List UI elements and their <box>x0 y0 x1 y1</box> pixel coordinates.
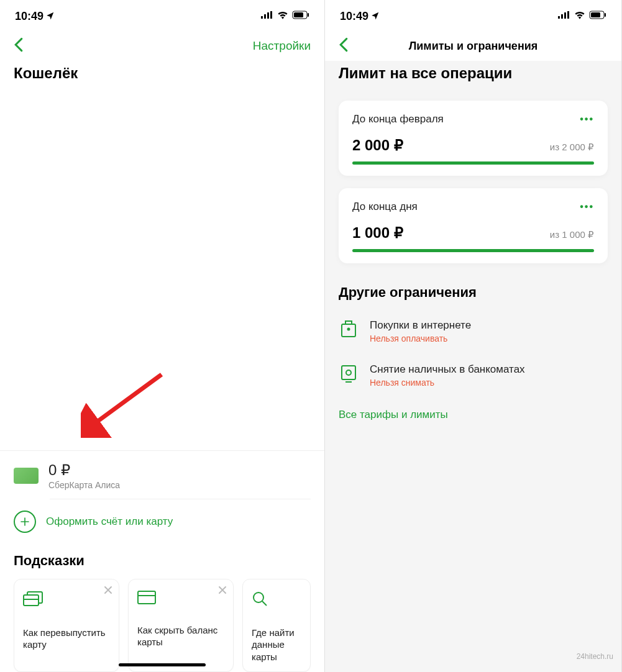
card-name: СберКарта Алиса <box>48 480 311 490</box>
signal-icon <box>558 11 570 22</box>
atm-icon <box>339 363 359 383</box>
card-info: 0 ₽ СберКарта Алиса <box>48 462 311 489</box>
search-icon <box>252 591 301 609</box>
restriction-label: Покупки в интернете <box>370 319 471 332</box>
svg-rect-7 <box>24 595 39 606</box>
all-tariffs-link[interactable]: Все тарифы и лимиты <box>339 397 608 432</box>
restriction-row[interactable]: Снятие наличных в банкоматах Нельзя сним… <box>339 353 608 397</box>
tip-card[interactable]: Как скрыть баланс карты <box>128 579 234 673</box>
shopping-bag-icon <box>339 319 359 338</box>
nav-bar: Лимиты и ограничения <box>325 29 621 61</box>
back-button[interactable] <box>14 37 24 55</box>
limit-period: До конца дня <box>352 201 418 213</box>
status-bar: 10:49 <box>325 0 621 29</box>
card-icon <box>137 591 224 607</box>
cards-icon <box>23 591 110 609</box>
section-title: Лимит на все операции <box>339 61 608 88</box>
tip-card[interactable]: Где найти данные карты <box>242 579 311 673</box>
nav-settings-link[interactable]: Настройки <box>253 39 311 53</box>
svg-rect-3 <box>270 11 272 19</box>
svg-rect-8 <box>138 591 155 604</box>
close-icon[interactable] <box>218 586 227 597</box>
svg-rect-6 <box>308 13 309 17</box>
location-icon <box>46 10 55 23</box>
tip-text: Как перевыпустить карту <box>23 627 110 651</box>
signal-icon <box>261 11 273 22</box>
right-body: Лимит на все операции До конца февраля •… <box>325 61 621 672</box>
status-icons <box>261 11 309 22</box>
restriction-label: Снятие наличных в банкоматах <box>370 363 525 376</box>
svg-rect-18 <box>605 13 606 17</box>
svg-rect-12 <box>558 16 560 19</box>
limit-period: До конца февраля <box>352 113 444 125</box>
card-balance: 0 ₽ <box>48 462 311 478</box>
tip-text: Как скрыть баланс карты <box>137 624 224 648</box>
nav-bar: Настройки <box>0 29 324 61</box>
limit-card[interactable]: До конца февраля ••• 2 000 ₽ из 2 000 ₽ <box>339 101 608 176</box>
svg-point-20 <box>348 329 350 330</box>
card-row[interactable]: 0 ₽ СберКарта Алиса <box>0 451 324 498</box>
home-indicator[interactable] <box>119 663 206 666</box>
other-restrictions-title: Другие ограничения <box>339 263 608 309</box>
status-time-block: 10:49 <box>340 10 380 23</box>
svg-rect-5 <box>294 12 303 17</box>
watermark: 24hitech.ru <box>577 652 613 661</box>
tips-title: Подсказки <box>0 544 324 579</box>
status-time: 10:49 <box>340 10 368 23</box>
nav-title: Лимиты и ограничения <box>349 40 598 53</box>
svg-point-9 <box>254 593 263 602</box>
limit-current: 2 000 ₽ <box>352 137 403 154</box>
svg-rect-21 <box>342 366 355 379</box>
plus-icon <box>14 511 36 533</box>
wifi-icon <box>574 11 585 22</box>
back-button[interactable] <box>339 37 349 55</box>
restriction-status: Нельзя оплачивать <box>370 334 471 343</box>
status-time-block: 10:49 <box>15 10 55 23</box>
more-icon[interactable]: ••• <box>580 114 594 125</box>
tip-card[interactable]: Как перевыпустить карту <box>14 579 119 673</box>
limit-total: из 2 000 ₽ <box>550 142 594 153</box>
restriction-status: Нельзя снимать <box>370 378 525 388</box>
tip-text: Где найти данные карты <box>252 627 301 663</box>
spacer <box>0 88 324 450</box>
progress-bar <box>352 249 594 252</box>
svg-rect-1 <box>264 14 266 19</box>
close-icon[interactable] <box>104 586 112 597</box>
svg-rect-13 <box>561 14 563 19</box>
wifi-icon <box>277 11 288 22</box>
svg-rect-15 <box>567 11 569 19</box>
limit-current: 1 000 ₽ <box>352 224 403 242</box>
limit-total: из 1 000 ₽ <box>550 229 594 240</box>
svg-rect-0 <box>261 16 263 19</box>
phone-left: 10:49 Настройки Кошелёк 0 ₽ <box>0 0 325 672</box>
restriction-row[interactable]: Покупки в интернете Нельзя оплачивать <box>339 309 608 353</box>
phone-right: 10:49 Лимиты и ограничения Лимит на все … <box>325 0 622 672</box>
svg-rect-17 <box>591 12 600 17</box>
limit-card[interactable]: До конца дня ••• 1 000 ₽ из 1 000 ₽ <box>339 188 608 263</box>
status-bar: 10:49 <box>0 0 324 29</box>
svg-rect-14 <box>564 12 566 19</box>
more-icon[interactable]: ••• <box>580 201 594 212</box>
status-icons <box>558 11 606 22</box>
card-icon <box>14 468 39 484</box>
page-title: Кошелёк <box>0 61 324 88</box>
svg-rect-2 <box>267 12 269 19</box>
progress-bar <box>352 161 594 165</box>
add-card-row[interactable]: Оформить счёт или карту <box>0 499 324 544</box>
location-icon <box>371 10 380 23</box>
status-time: 10:49 <box>15 10 43 23</box>
battery-icon <box>589 11 606 22</box>
add-card-label: Оформить счёт или карту <box>46 515 173 528</box>
battery-icon <box>292 11 309 22</box>
tips-row[interactable]: Как перевыпустить карту Как скрыть балан… <box>0 579 324 673</box>
svg-point-22 <box>346 370 351 375</box>
